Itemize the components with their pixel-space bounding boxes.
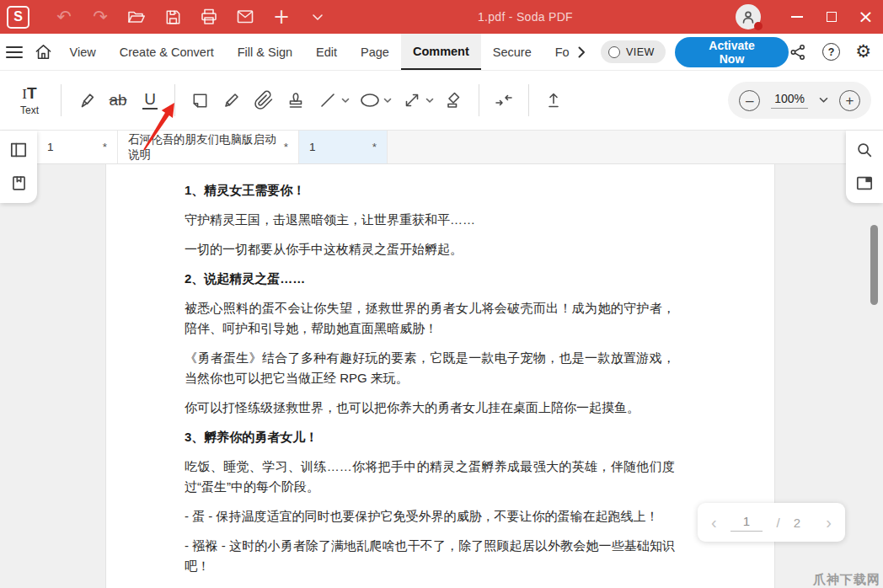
tab-document-3-active[interactable]: 1 * bbox=[299, 131, 388, 163]
title-bar: S ↶ ↷ + 1.pdf - Soda PDF bbox=[0, 0, 883, 34]
attachment-paperclip-icon[interactable] bbox=[248, 78, 280, 122]
doc-paragraph: 你可以打怪练级拯救世界，也可以把你养大的勇者女儿挂在桌面上陪你一起摸鱼。 bbox=[185, 398, 675, 418]
eraser-tool-icon[interactable] bbox=[438, 78, 470, 122]
help-icon[interactable]: ? bbox=[822, 43, 840, 61]
menu-forms-truncated[interactable]: Fo bbox=[543, 34, 571, 70]
current-page-input[interactable]: 1 bbox=[730, 514, 763, 532]
new-tab-icon[interactable]: + bbox=[270, 6, 292, 28]
logo-letter: S bbox=[13, 9, 23, 24]
search-icon[interactable] bbox=[851, 136, 878, 163]
user-avatar[interactable] bbox=[736, 4, 761, 29]
previous-page-chevron-icon[interactable]: ‹ bbox=[711, 514, 717, 531]
doc-paragraph: 被悉心照料的蛋不会让你失望，拯救世界的勇者女儿将会破壳而出！成为她的守护者，陪伴… bbox=[185, 298, 675, 339]
strikeout-tool-icon[interactable]: ab bbox=[102, 78, 134, 122]
maximize-button[interactable] bbox=[814, 0, 848, 34]
text-tool-icon: IT bbox=[22, 84, 36, 103]
vertical-scrollbar[interactable] bbox=[870, 225, 878, 305]
menu-create-convert[interactable]: Create & Convert bbox=[108, 34, 226, 70]
tab-document-1[interactable]: 1 * bbox=[37, 131, 118, 163]
view-toggle-label: VIEW bbox=[626, 46, 655, 58]
underline-tool-icon[interactable]: U bbox=[134, 78, 166, 122]
snap-arrows-tool-icon[interactable] bbox=[488, 78, 520, 122]
total-pages-label: 2 bbox=[794, 516, 800, 530]
menu-comment[interactable]: Comment bbox=[401, 34, 481, 70]
next-page-chevron-icon[interactable]: › bbox=[826, 514, 832, 531]
menu-fill-sign[interactable]: Fill & Sign bbox=[226, 34, 304, 70]
measure-tool-chevron-icon[interactable] bbox=[423, 78, 436, 122]
page-navigation: ‹ 1 / 2 › bbox=[698, 503, 845, 542]
doc-paragraph: 守护精灵王国，击退黑暗领主，让世界重获和平…… bbox=[185, 210, 675, 230]
zoom-controls: – 100% + bbox=[728, 82, 871, 119]
highlight-tool-icon[interactable] bbox=[70, 78, 102, 122]
export-upload-tool-icon[interactable] bbox=[538, 78, 570, 122]
text-comment-tool[interactable]: IT Text bbox=[7, 77, 52, 124]
menu-page[interactable]: Page bbox=[349, 34, 401, 70]
menu-edit[interactable]: Edit bbox=[304, 34, 349, 70]
tab-label: 1 bbox=[47, 141, 54, 153]
doc-paragraph: 《勇者蛋生》结合了多种有趣好玩的要素，它既是一款电子宠物，也是一款放置游戏，当然… bbox=[185, 348, 675, 388]
zoom-dropdown-chevron-icon[interactable] bbox=[819, 97, 828, 104]
window-title: 1.pdf - Soda PDF bbox=[478, 0, 573, 34]
print-icon[interactable] bbox=[198, 6, 220, 28]
toolbar-separator bbox=[479, 84, 479, 116]
sidebar-toggle-icon[interactable] bbox=[5, 136, 32, 163]
save-icon[interactable] bbox=[162, 6, 184, 28]
tab-modified-marker: * bbox=[103, 141, 107, 153]
notification-dot bbox=[754, 22, 763, 30]
document-tab-bar: 1 * 石河伦吾的朋友们电脑版启动说明 * 1 * bbox=[37, 131, 846, 164]
page-separator: / bbox=[776, 516, 779, 530]
hamburger-menu-icon[interactable] bbox=[0, 34, 29, 70]
toolbar-separator bbox=[61, 84, 62, 116]
redo-icon[interactable]: ↷ bbox=[89, 6, 111, 28]
menu-overflow-chevron-icon[interactable] bbox=[571, 34, 592, 70]
share-icon[interactable] bbox=[789, 43, 807, 61]
settings-gear-icon[interactable]: ⚙ bbox=[855, 43, 871, 61]
comment-toolbar: IT Text ab U bbox=[0, 71, 883, 131]
line-tool-chevron-icon[interactable] bbox=[339, 78, 352, 122]
tab-label: 1 bbox=[309, 141, 316, 153]
undo-icon[interactable]: ↶ bbox=[53, 6, 75, 28]
doc-paragraph: 吃饭、睡觉、学习、训练……你将把手中的精灵之蛋孵养成最强大的英雄，伴随他们度过“… bbox=[185, 457, 675, 497]
left-side-panel bbox=[0, 131, 37, 203]
zoom-in-icon[interactable]: + bbox=[839, 90, 860, 111]
soda-pdf-logo: S bbox=[7, 6, 29, 29]
soda-pdf-window: S ↶ ↷ + 1.pdf - Soda PDF bbox=[0, 0, 883, 588]
tab-label: 石河伦吾的朋友们电脑版启动说明 bbox=[128, 132, 277, 163]
stamp-tool-icon[interactable] bbox=[280, 78, 312, 122]
menu-secure[interactable]: Secure bbox=[481, 34, 543, 70]
right-side-panel bbox=[846, 131, 883, 203]
menu-view[interactable]: View bbox=[58, 34, 108, 70]
bookmarks-panel-icon[interactable] bbox=[5, 170, 32, 197]
tab-document-2[interactable]: 石河伦吾的朋友们电脑版启动说明 * bbox=[118, 131, 299, 163]
view-mode-toggle[interactable]: VIEW bbox=[601, 40, 666, 63]
toolbar-separator bbox=[528, 84, 529, 116]
zoom-level-value[interactable]: 100% bbox=[771, 92, 808, 109]
view-toggle-circle-icon bbox=[608, 46, 620, 58]
ellipse-tool-chevron-icon[interactable] bbox=[381, 78, 394, 122]
site-watermark: 爪神下载网 bbox=[813, 572, 880, 588]
toolbar-separator bbox=[174, 84, 175, 116]
doc-paragraph: 一切的一切都要从你手中这枚精灵之蛋开始孵起。 bbox=[185, 239, 675, 259]
zoom-out-icon[interactable]: – bbox=[739, 90, 760, 111]
pencil-tool-icon[interactable] bbox=[216, 78, 248, 122]
activate-now-button[interactable]: Activate Now bbox=[675, 37, 789, 67]
close-button[interactable]: × bbox=[848, 0, 883, 34]
doc-heading: 1、精灵女王需要你！ bbox=[185, 180, 675, 200]
home-icon[interactable] bbox=[29, 34, 57, 70]
tab-modified-marker: * bbox=[284, 141, 288, 153]
sticky-note-tool-icon[interactable] bbox=[184, 78, 216, 122]
pdf-page: 1、精灵女王需要你！ 守护精灵王国，击退黑暗领主，让世界重获和平…… 一切的一切… bbox=[105, 164, 775, 588]
doc-heading: 3、孵养你的勇者女儿！ bbox=[185, 427, 675, 447]
doc-paragraph: - 襁褓 - 这时的小勇者除了满地乱爬啥也干不了，除了照顾起居以外教会她一些基础… bbox=[185, 536, 675, 576]
doc-heading: 2、说起精灵之蛋…… bbox=[185, 269, 675, 289]
minimize-button[interactable] bbox=[779, 0, 814, 34]
text-tool-label: Text bbox=[20, 104, 39, 116]
titlebar-chevron-down-icon[interactable] bbox=[307, 6, 329, 28]
open-file-icon[interactable] bbox=[126, 6, 147, 28]
doc-paragraph: - 蛋 - 保持温度适宜的同时也要保护它免受外界的威胁，不要让你的蛋输在起跑线上… bbox=[185, 506, 675, 527]
menu-bar: View Create & Convert Fill & Sign Edit P… bbox=[0, 34, 883, 71]
page-thumbnails-panel-icon[interactable] bbox=[851, 170, 878, 197]
tab-modified-marker: * bbox=[372, 141, 377, 153]
email-icon[interactable] bbox=[234, 6, 256, 28]
